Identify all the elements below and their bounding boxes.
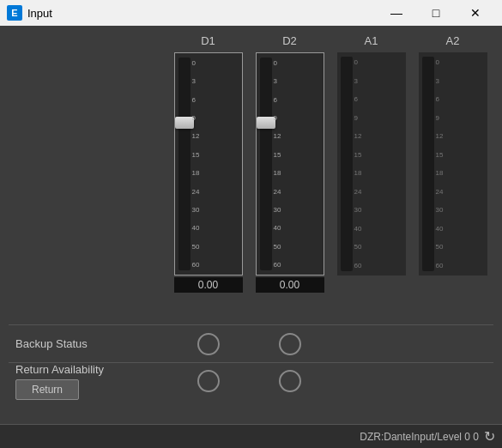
channel-d1-label: D1 (201, 34, 215, 47)
channels-container: D1 0 3 6 (167, 34, 493, 318)
controls-area: Backup Status Return Availa (0, 318, 502, 407)
channel-a1-label: A1 (365, 34, 378, 47)
return-availability-label: Return Availability (9, 363, 167, 376)
mixer-area: D1 0 3 6 (0, 26, 502, 318)
channel-a2-track (422, 57, 434, 271)
return-availability-row: Return Availability Return (9, 362, 493, 400)
channel-d1-fader-area: 0 3 6 9 12 15 18 24 30 (174, 52, 243, 275)
backup-status-row: Backup Status (9, 324, 493, 362)
return-availability-d2-cell (249, 370, 330, 392)
backup-status-d2-cell (249, 333, 330, 355)
channel-d2-label: D2 (282, 34, 297, 47)
channel-d2-fader-area: 0 3 6 9 12 15 18 24 30 (256, 52, 324, 275)
close-button[interactable]: ✕ (456, 0, 495, 26)
backup-status-a1-cell (330, 333, 412, 355)
return-button[interactable]: Return (15, 379, 79, 400)
channel-d1: D1 0 3 6 (167, 34, 249, 318)
channel-d1-value: 0.00 (174, 277, 243, 293)
channel-d2-scale: 0 3 6 9 12 15 18 24 30 (274, 58, 320, 270)
channel-a2-fader-area: 0 3 6 9 12 15 18 24 30 (419, 52, 487, 275)
return-availability-a2-cell (412, 370, 493, 392)
window-controls: — □ ✕ (377, 0, 495, 26)
titlebar: E Input — □ ✕ (0, 0, 502, 26)
backup-status-d2-indicator (279, 333, 301, 355)
channel-a2: A2 0 3 6 9 (412, 34, 493, 318)
channel-d2-track[interactable] (260, 58, 272, 270)
channel-a2-scale: 0 3 6 9 12 15 18 24 30 (436, 57, 484, 271)
channel-d2: D2 0 3 6 (249, 34, 330, 318)
backup-status-label: Backup Status (9, 337, 167, 350)
main-content: D1 0 3 6 (0, 26, 502, 422)
return-availability-d2-indicator (279, 370, 301, 392)
statusbar-text: DZR:DanteInput/Level 0 0 (360, 431, 479, 443)
channel-a1: A1 0 3 6 9 (330, 34, 412, 318)
return-btn-row: Return (9, 376, 167, 400)
refresh-icon[interactable]: ↻ (484, 428, 495, 445)
channel-a1-fader-area: 0 3 6 9 12 15 18 24 30 (337, 52, 406, 275)
window-title: Input (27, 7, 377, 20)
channel-d2-handle[interactable] (257, 117, 275, 129)
channel-d1-handle[interactable] (175, 117, 194, 129)
app-icon: E (7, 5, 22, 21)
channel-d2-value: 0.00 (256, 277, 324, 293)
return-availability-d1-indicator (197, 370, 220, 392)
backup-status-d1-indicator (197, 333, 220, 355)
channel-a2-label: A2 (446, 34, 460, 47)
backup-status-a2-cell (412, 333, 493, 355)
return-availability-d1-cell (167, 370, 249, 392)
minimize-button[interactable]: — (377, 0, 416, 26)
backup-status-indicators (167, 333, 493, 355)
channel-d1-track[interactable] (178, 58, 191, 270)
channel-a1-scale: 0 3 6 9 12 15 18 24 30 (354, 57, 402, 271)
maximize-button[interactable]: □ (416, 0, 456, 26)
return-availability-a1-cell (330, 370, 412, 392)
return-availability-indicators (167, 370, 493, 392)
channel-d1-scale: 0 3 6 9 12 15 18 24 30 (192, 58, 239, 270)
backup-status-d1-cell (167, 333, 249, 355)
left-labels-area (9, 34, 167, 318)
channel-a1-track (341, 57, 353, 271)
statusbar: DZR:DanteInput/Level 0 0 ↻ (0, 424, 502, 448)
window: E Input — □ ✕ D1 (0, 0, 502, 448)
